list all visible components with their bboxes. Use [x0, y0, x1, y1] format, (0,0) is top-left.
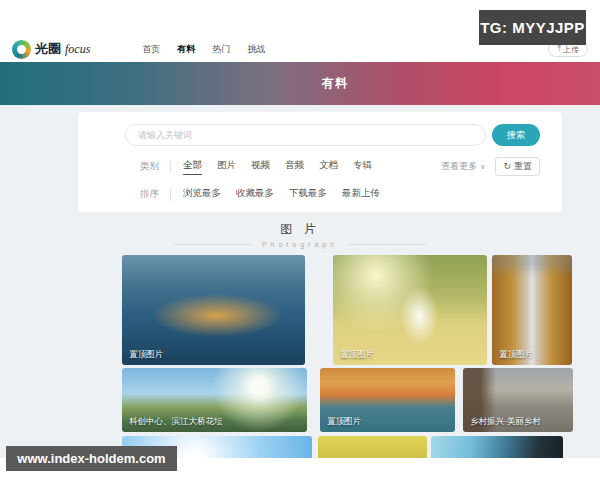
- chevron-down-icon: ∨: [480, 163, 485, 171]
- nav-item-youliao[interactable]: 有料: [177, 43, 195, 56]
- photo-gallery: 置顶图片 置顶图片 置顶图片 科创中心、滨江大桥花坛 置顶图片 乡村振兴·美丽乡…: [122, 255, 574, 458]
- sort-most-viewed[interactable]: 浏览最多: [183, 187, 221, 202]
- photo-card-park-pano[interactable]: 科创中心、滨江大桥花坛: [122, 368, 307, 432]
- aperture-logo-icon: [12, 40, 31, 59]
- photo-card-village-street[interactable]: 乡村振兴·美丽乡村: [463, 368, 573, 432]
- category-docs[interactable]: 文档: [319, 159, 338, 175]
- photo-label: 科创中心、滨江大桥花坛: [129, 416, 223, 428]
- photo-card-autumn-road[interactable]: 置顶图片: [492, 255, 572, 365]
- sort-items: 浏览最多 收藏最多 下载最多 最新上传: [183, 187, 380, 202]
- upload-icon: ⤒: [557, 45, 561, 53]
- nav-item-hot[interactable]: 热门: [212, 43, 230, 56]
- nav-item-challenge[interactable]: 挑战: [247, 43, 265, 56]
- search-filter-panel: 搜索 类别 全部 图片 视频 音频 文档 专辑 查看更多 ∨: [78, 112, 562, 212]
- photo-card-dragon-boat[interactable]: 置顶图片: [320, 368, 455, 432]
- watermark-url-badge: www.index-holdem.com: [6, 446, 177, 471]
- view-more-label: 查看更多: [441, 160, 477, 173]
- search-input[interactable]: [125, 124, 486, 146]
- gallery-row: 科创中心、滨江大桥花坛 置顶图片 乡村振兴·美丽乡村: [122, 368, 574, 432]
- category-row: 类别 全部 图片 视频 音频 文档 专辑 查看更多 ∨ ↻: [125, 157, 540, 176]
- category-label: 类别: [140, 160, 166, 173]
- view-more-link[interactable]: 查看更多 ∨: [441, 160, 485, 173]
- search-row: 搜索: [125, 124, 540, 146]
- hero-banner: 有料: [0, 62, 600, 105]
- section-subtitle: Photograph: [262, 241, 338, 248]
- gallery-row: [122, 436, 574, 458]
- divider: [174, 244, 252, 245]
- main-nav: 首页 有料 热门 挑战: [142, 43, 265, 56]
- category-all[interactable]: 全部: [183, 159, 202, 175]
- upload-label: 上传: [563, 44, 579, 55]
- logo-text-cn: 光圈: [35, 40, 61, 58]
- divider: [348, 244, 426, 245]
- nav-item-home[interactable]: 首页: [142, 43, 160, 56]
- sort-latest-upload[interactable]: 最新上传: [342, 187, 380, 202]
- photo-card-water-car[interactable]: [431, 436, 563, 458]
- search-button[interactable]: 搜索: [492, 124, 540, 146]
- category-albums[interactable]: 专辑: [353, 159, 372, 175]
- photo-card-girl-field[interactable]: 置顶图片: [333, 255, 487, 365]
- reset-button[interactable]: ↻ 重置: [495, 157, 540, 176]
- gallery-row: 置顶图片 置顶图片 置顶图片: [122, 255, 574, 365]
- logo-text-en: focus: [65, 42, 90, 57]
- sort-row: 排序 浏览最多 收藏最多 下载最多 最新上传: [125, 187, 540, 202]
- photo-card-city-dusk[interactable]: 置顶图片: [122, 255, 305, 365]
- category-items: 全部 图片 视频 音频 文档 专辑: [183, 159, 372, 175]
- category-audio[interactable]: 音频: [285, 159, 304, 175]
- filter-actions: 查看更多 ∨ ↻ 重置: [441, 157, 540, 176]
- category-images[interactable]: 图片: [217, 159, 236, 175]
- tg-contact-badge: TG: MYYJJPP: [479, 10, 586, 45]
- sort-label: 排序: [140, 188, 166, 201]
- divider: [170, 189, 171, 201]
- refresh-icon: ↻: [503, 162, 511, 171]
- site-logo[interactable]: 光圈 focus: [12, 40, 90, 59]
- section-header: 图 片 Photograph: [0, 221, 600, 248]
- section-subtitle-row: Photograph: [0, 241, 600, 248]
- section-title: 图 片: [0, 221, 600, 238]
- photo-label: 乡村振兴·美丽乡村: [470, 416, 541, 428]
- photo-label: 置顶图片: [129, 349, 163, 361]
- photo-label: 置顶图片: [340, 349, 374, 361]
- photo-card-yellow-flowers[interactable]: [318, 436, 427, 458]
- divider: [170, 161, 171, 173]
- page: TG: MYYJJPP www.index-holdem.com 光圈 focu…: [0, 0, 600, 480]
- reset-label: 重置: [514, 160, 532, 173]
- category-videos[interactable]: 视频: [251, 159, 270, 175]
- main-content: 搜索 类别 全部 图片 视频 音频 文档 专辑 查看更多 ∨: [0, 105, 600, 458]
- photo-label: 置顶图片: [499, 349, 533, 361]
- banner-title: 有料: [322, 75, 348, 92]
- sort-most-favorited[interactable]: 收藏最多: [236, 187, 274, 202]
- photo-label: 置顶图片: [327, 416, 361, 428]
- sort-most-downloaded[interactable]: 下载最多: [289, 187, 327, 202]
